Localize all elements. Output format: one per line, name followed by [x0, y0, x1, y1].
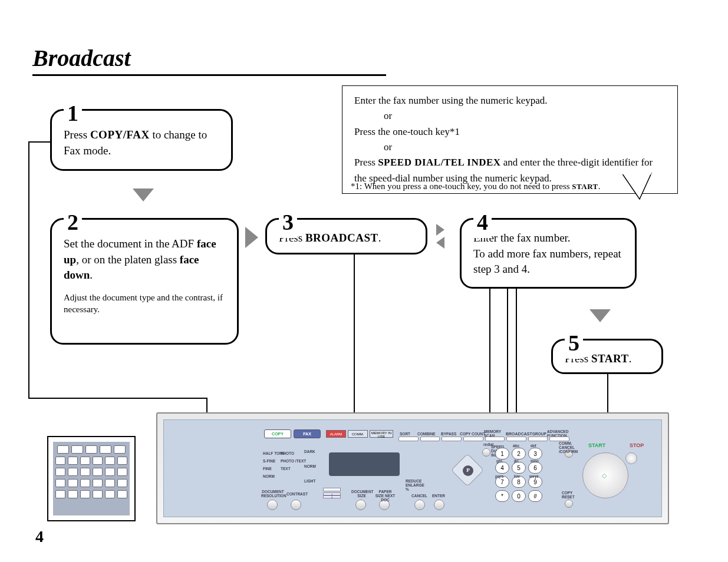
s4-l2: To add more fax numbers, repeat step 3 a… — [473, 246, 623, 277]
lead-3 — [354, 254, 355, 425]
nav-pad: P — [450, 452, 485, 488]
numeric-keypad: 123 456 789 *0# — [494, 447, 559, 503]
ot-k — [93, 490, 103, 498]
fax-control-panel: COPY FAX ALARM COMM. MEMORY IN USE SORT … — [156, 412, 669, 524]
s2-c: , or on the platen glass — [76, 253, 180, 266]
s2-a: Set the document in the ADF — [64, 237, 197, 250]
info-or2: or — [354, 140, 666, 155]
lead-1a — [28, 141, 50, 143]
kl-tuv: tuv — [514, 474, 520, 478]
docsize-label: DOCUMENT SIZE — [351, 490, 372, 498]
key-3: 3 — [528, 448, 542, 459]
ot-k — [55, 468, 65, 476]
cancel-button — [414, 500, 425, 510]
onetouch-grid — [53, 442, 130, 515]
docres-button — [267, 500, 278, 510]
left-col3: DARK NORM LIGHT — [304, 448, 316, 484]
top-thin-buttons — [398, 437, 569, 441]
enter-label: ENTER — [432, 494, 445, 498]
stop-nub — [625, 452, 637, 464]
svg-marker-0 — [622, 173, 651, 199]
kl-ghi: ghi — [496, 459, 502, 463]
s5-post: . — [629, 352, 632, 365]
ot-macro — [57, 445, 69, 454]
contrast-label: CONTRAST — [286, 492, 308, 496]
ot-k — [93, 457, 103, 465]
thin-btn — [442, 437, 462, 441]
ot-k — [80, 468, 90, 476]
speeddial-button — [482, 448, 490, 457]
key-6: 6 — [528, 462, 542, 474]
key-0: 0 — [512, 490, 526, 502]
fax-mode-button: FAX — [294, 429, 321, 438]
paper-slot: 1 2 — [323, 488, 347, 505]
info-l1: Enter the fax number using the numeric k… — [354, 93, 666, 108]
info-l2: Press the one-touch key*1 — [354, 124, 666, 140]
ot-m2 — [85, 445, 97, 454]
broadcast-label: BROADCAST — [506, 432, 532, 436]
kl-mno: mno — [531, 459, 539, 463]
ot-k — [68, 479, 78, 487]
key-4: 4 — [495, 462, 509, 474]
step-3-key: BROADCAST — [305, 232, 378, 244]
svg-rect-1 — [622, 173, 651, 174]
ot-k — [105, 468, 115, 476]
arrow-4-to-5 — [589, 309, 611, 322]
step-2-note: Adjust the document type and the contras… — [64, 292, 225, 316]
onetouch-panel — [47, 436, 136, 521]
step-1-box: 1 Press COPY/FAX to change to Fax mode. — [50, 109, 233, 171]
step-1-number: 1 — [64, 98, 82, 129]
step-5-key: START — [591, 352, 629, 365]
key-hash: # — [528, 490, 542, 502]
ot-k — [117, 479, 127, 487]
comm-indicator: COMM. — [348, 430, 368, 438]
lc3-4: LIGHT — [304, 478, 316, 484]
kl-jkl: jkl — [514, 459, 518, 463]
arrow-1-to-2 — [133, 189, 154, 201]
nav-center: P — [463, 465, 473, 476]
alarm-indicator: ALARM — [326, 430, 346, 438]
ot-k — [68, 490, 78, 498]
thin-btn — [463, 437, 483, 441]
ot-k — [105, 490, 115, 498]
kl-wxyz: wxyz — [529, 474, 539, 478]
arrow-2-to-3 — [245, 227, 258, 248]
ot-k — [93, 468, 103, 476]
copy-mode-button: COPY — [264, 429, 291, 438]
lc2-0: PHOTO — [281, 449, 306, 457]
combine-label: COMBINE — [417, 432, 436, 436]
lcd-display — [329, 452, 400, 476]
step-1-key: COPY/FAX — [90, 128, 150, 141]
ot-k — [117, 457, 127, 465]
fn-post: . — [598, 181, 601, 191]
left-col2: PHOTO PHOTO /TEXT TEXT — [281, 449, 306, 472]
redial-label: redial — [483, 442, 493, 447]
thin-btn — [549, 437, 569, 441]
ot-k — [117, 490, 127, 498]
ot-k — [68, 457, 78, 465]
s2-e: . — [90, 269, 93, 281]
step-4-box: 4 Enter the fax number. To add more fax … — [460, 218, 637, 289]
enter-button — [434, 500, 444, 510]
ot-k — [93, 479, 103, 487]
papersize-label: PAPER SIZE NEXT DOC — [375, 490, 396, 502]
ot-p1 — [100, 445, 111, 454]
ot-k — [68, 468, 78, 476]
arrow-3-to-4-r — [436, 224, 444, 236]
docsize-button — [355, 500, 366, 510]
info-l3-key: SPEED DIAL/TEL INDEX — [378, 157, 500, 168]
commcancel-label: COMM. CANCEL /CONFIRM — [559, 441, 585, 454]
bypass-label: BYPASS — [441, 432, 456, 436]
memory-indicator: MEMORY IN USE — [370, 430, 393, 438]
ot-k — [80, 479, 90, 487]
start-label: START — [588, 442, 605, 448]
lc1-3: NORM — [263, 472, 285, 480]
lead-1b — [28, 141, 29, 398]
footnote: *1: When you press a one-touch key, you … — [351, 181, 601, 191]
info-box-tail — [622, 173, 669, 208]
step-2-number: 2 — [64, 207, 82, 238]
fn-key: START — [572, 182, 598, 191]
step-4-number: 4 — [473, 207, 492, 238]
panel-inner: COPY FAX ALARM COMM. MEMORY IN USE SORT … — [163, 419, 662, 517]
lc2-1: PHOTO /TEXT — [281, 457, 306, 465]
